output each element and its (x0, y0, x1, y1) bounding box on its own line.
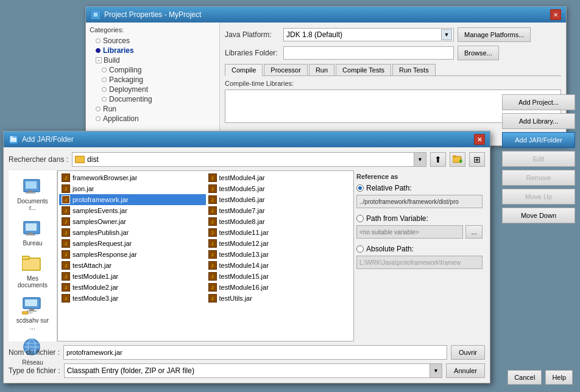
file-name-label: samplesRequest.jar (72, 240, 132, 247)
manage-platforms-btn[interactable]: Manage Platforms... (458, 27, 531, 42)
sidebar-item-bureau[interactable]: Bureau (12, 216, 54, 249)
file-item[interactable]: JtestModule13.jar (206, 249, 353, 260)
move-down-btn[interactable]: Move Down (502, 208, 575, 223)
jar-icon: J (208, 261, 217, 270)
file-item[interactable]: JtestModule11.jar (206, 227, 353, 238)
filename-input[interactable] (63, 345, 447, 360)
addjar-left-sidebar: Documents r... Bureau (9, 170, 57, 341)
file-item[interactable]: JtestModule8.jar (206, 216, 353, 227)
sources-item[interactable]: Sources (96, 36, 216, 46)
file-name-label: samplesResponse.jar (72, 251, 137, 258)
file-type-arrow: ▼ (430, 364, 442, 377)
file-item[interactable]: JsamplesPublish.jar (59, 227, 206, 238)
view-toggle-btn[interactable]: ⊞ (469, 152, 485, 167)
absolute-path-input (356, 256, 483, 269)
file-type-row: Type de fichier : Classpath Entry (folde… (9, 363, 485, 378)
remove-btn[interactable]: Remove (502, 170, 575, 186)
file-item[interactable]: JsamplesEvents.jar (59, 205, 206, 216)
java-platform-dropdown[interactable]: JDK 1.8 (Default) ▼ (283, 28, 454, 41)
file-item[interactable]: JsamplesOwner.jar (59, 216, 206, 227)
run-label: Run (103, 105, 116, 113)
run-item[interactable]: Run (96, 104, 216, 114)
tab-compile[interactable]: Compile (225, 64, 263, 76)
libraries-folder-input[interactable] (283, 46, 454, 60)
tab-run-tests[interactable]: Run Tests (392, 64, 436, 75)
application-item[interactable]: Application (96, 114, 216, 124)
file-item[interactable]: JtestModule2.jar (59, 282, 206, 293)
documenting-item[interactable]: Documenting (102, 94, 216, 104)
browse-btn[interactable]: Browse... (458, 46, 499, 60)
file-item[interactable]: JtestModule12.jar (206, 238, 353, 249)
file-item[interactable]: JtestModule5.jar (206, 183, 353, 194)
file-type-dropdown[interactable]: Classpath Entry (folder, ZIP or JAR file… (64, 363, 442, 378)
jar-icon: J (62, 283, 70, 292)
tab-processor[interactable]: Processor (264, 64, 308, 75)
project-close-btn[interactable]: ✕ (550, 9, 561, 20)
add-project-btn[interactable]: Add Project... (502, 94, 575, 110)
file-item[interactable]: JsamplesRequest.jar (59, 238, 206, 249)
addjar-icon (9, 135, 18, 144)
file-item[interactable]: Jjson.jar (59, 183, 206, 194)
cancel-btn[interactable]: Cancel (507, 370, 542, 385)
look-in-dropdown[interactable]: dist ▼ (72, 152, 426, 167)
sidebar-item-mes-documents[interactable]: Mes documents (12, 251, 54, 291)
svg-rect-6 (453, 155, 456, 157)
file-list-panel[interactable]: JframeworkBrowser.jarJjson.jarJprotofram… (57, 170, 354, 341)
file-item[interactable]: JtestModule6.jar (206, 194, 353, 205)
tab-compile-tests[interactable]: Compile Tests (336, 64, 391, 75)
help-btn[interactable]: Help (545, 370, 573, 385)
file-item[interactable]: JtestModule15.jar (206, 271, 353, 282)
file-item[interactable]: JtestModule1.jar (59, 271, 206, 282)
jar-icon: J (62, 294, 70, 303)
file-name-label: testModule14.jar (219, 262, 269, 269)
relative-path-radio[interactable] (356, 184, 364, 192)
file-item[interactable]: Jprotoframework.jar (59, 194, 206, 205)
project-properties-window: Project Properties - MyProject ✕ Categor… (85, 6, 567, 146)
file-column-left: JframeworkBrowser.jarJjson.jarJprotofram… (59, 172, 206, 304)
file-item[interactable]: JtestModule3.jar (59, 293, 206, 304)
path-from-variable-radio[interactable] (356, 215, 364, 222)
libraries-dot (96, 48, 101, 53)
deployment-item[interactable]: Deployment (102, 85, 216, 94)
move-up-btn[interactable]: Move Up (502, 189, 575, 205)
file-item[interactable]: JtestModule7.jar (206, 205, 353, 216)
sidebar-item-scdsahv[interactable]: scdsahv sur ... (12, 293, 54, 333)
edit-btn[interactable]: Edit (502, 151, 575, 167)
file-item[interactable]: JtestAttach.jar (59, 260, 206, 271)
file-name-label: testAttach.jar (72, 262, 111, 269)
project-window-titlebar: Project Properties - MyProject ✕ (86, 7, 566, 23)
ouvrir-btn[interactable]: Ouvrir (451, 345, 485, 360)
project-content: Categories: Sources Libraries - Build (86, 23, 566, 145)
file-item[interactable]: JtestUtils.jar (206, 293, 353, 304)
file-item[interactable]: JsamplesResponse.jar (59, 249, 206, 260)
documents-label: Documents r... (14, 198, 52, 211)
new-folder-btn[interactable]: + (450, 152, 465, 167)
file-item[interactable]: JframeworkBrowser.jar (59, 172, 206, 183)
tab-run[interactable]: Run (309, 64, 334, 75)
absolute-path-radio[interactable] (356, 245, 364, 253)
build-expand[interactable]: - (96, 57, 102, 63)
path-variable-input (356, 225, 463, 239)
build-item[interactable]: - Build (96, 55, 216, 65)
up-folder-btn[interactable]: ⬆ (430, 152, 446, 167)
add-jar-folder-btn[interactable]: Add JAR/Folder (502, 132, 575, 148)
compiling-item[interactable]: Compiling (102, 65, 216, 75)
sidebar-item-documents[interactable]: Documents r... (12, 174, 54, 214)
file-item[interactable]: JtestModule14.jar (206, 260, 353, 271)
relative-path-input[interactable] (356, 195, 483, 208)
annuler-btn[interactable]: Annuler (446, 363, 485, 378)
addjar-close-btn[interactable]: ✕ (474, 134, 485, 145)
libraries-item[interactable]: Libraries (96, 46, 216, 55)
application-label: Application (103, 114, 139, 123)
file-name-label: testModule12.jar (219, 240, 269, 247)
file-item[interactable]: JtestModule16.jar (206, 282, 353, 293)
path-variable-btn[interactable]: ... (465, 225, 483, 239)
compiling-dot (102, 68, 107, 72)
java-platform-label: Java Platform: (225, 30, 280, 39)
svg-rect-20 (29, 309, 34, 310)
packaging-label: Packaging (109, 75, 143, 84)
file-item[interactable]: JtestModule4.jar (206, 172, 353, 183)
packaging-item[interactable]: Packaging (102, 75, 216, 85)
add-library-btn[interactable]: Add Library... (502, 113, 575, 129)
right-side-buttons: Add Project... Add Library... Add JAR/Fo… (502, 94, 575, 223)
